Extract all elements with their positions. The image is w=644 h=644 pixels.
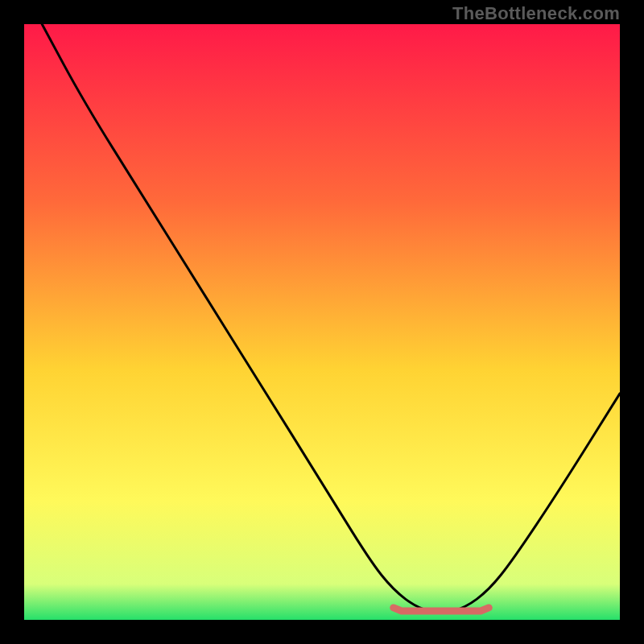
bottleneck-chart (24, 24, 620, 620)
watermark-text: TheBottleneck.com (452, 3, 620, 24)
optimal-range-marker (394, 608, 489, 611)
chart-frame: TheBottleneck.com (0, 0, 644, 644)
gradient-background (24, 24, 620, 620)
plot-area (24, 24, 620, 620)
